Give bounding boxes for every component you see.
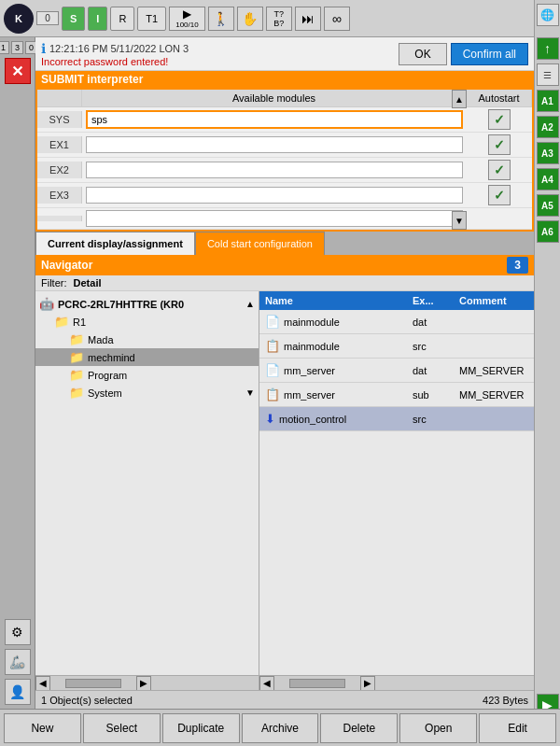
- open-button[interactable]: Open: [399, 713, 477, 743]
- navigator-title: Navigator: [41, 259, 92, 272]
- row-input-ex2[interactable]: [82, 160, 467, 180]
- sidebar-btn-a5[interactable]: A5: [537, 194, 559, 217]
- btn-r[interactable]: R: [110, 7, 134, 31]
- scroll-up-btn[interactable]: ↑: [537, 37, 559, 60]
- folder-icon-mechmind: 📁: [69, 350, 84, 364]
- tree-root-label: PCRC-2RL7HHTTRE (KR0: [58, 299, 184, 310]
- sidebar-btn-a6[interactable]: A6: [537, 220, 559, 243]
- row-input-ex1[interactable]: [82, 134, 467, 155]
- tree-scroll-thumb[interactable]: [65, 679, 121, 688]
- sys-input[interactable]: [86, 110, 463, 129]
- app-logo: K: [4, 4, 34, 34]
- hand-icon-btn[interactable]: ✋: [237, 7, 263, 31]
- row-input-sys[interactable]: [82, 108, 467, 131]
- archive-button[interactable]: Archive: [242, 713, 319, 743]
- autostart-checkbox-sys[interactable]: ✓: [488, 109, 511, 130]
- robot-icon-btn[interactable]: 🦾: [5, 649, 31, 675]
- ex3-input[interactable]: [86, 187, 463, 204]
- submit-scroll-up[interactable]: ▲: [452, 90, 467, 108]
- sidebar-btn-a2[interactable]: A2: [537, 116, 559, 138]
- tab-cold-start[interactable]: Cold start configuration: [195, 232, 325, 255]
- menu-icon-btn[interactable]: ☰: [537, 63, 559, 86]
- sidebar-btn-a1[interactable]: A1: [537, 90, 559, 112]
- close-button[interactable]: ✕: [5, 58, 31, 84]
- settings-icon-btn[interactable]: ⚙: [5, 619, 31, 645]
- delete-button[interactable]: Delete: [320, 713, 398, 743]
- counter-2: 3: [11, 41, 23, 54]
- tree-scroll-right[interactable]: ▶: [136, 676, 151, 691]
- skip-icon-btn[interactable]: ⏭: [295, 7, 321, 31]
- counter-display: 0: [36, 11, 59, 25]
- extra-input[interactable]: [86, 210, 463, 227]
- alert-timestamp: 12:21:16 PM 5/11/2022 LON 3: [49, 43, 189, 54]
- file-name-mmserver-sub: 📋 mm_server: [259, 386, 409, 403]
- folder-icon-system: 📁: [69, 386, 84, 400]
- row-input-extra[interactable]: [82, 208, 467, 229]
- file-row-mainmodule-src[interactable]: 📋 mainmodule src: [259, 334, 534, 359]
- file-scrollbar[interactable]: ◀ ▶: [259, 675, 534, 690]
- tree-scroll-left[interactable]: ◀: [35, 676, 50, 691]
- counter-1: 1: [0, 41, 9, 54]
- walk-icon-btn[interactable]: 🚶: [208, 7, 234, 31]
- tb-icon-btn[interactable]: T?B?: [266, 7, 292, 31]
- nav-tree[interactable]: 🤖 PCRC-2RL7HHTTRE (KR0 ▲ 📁 R1 📁 Mada 📁: [35, 291, 259, 675]
- row-check-extra: [467, 217, 532, 220]
- status-size: 423 Bytes: [483, 695, 528, 706]
- row-check-sys: ✓: [467, 107, 532, 132]
- alert-buttons: OK Confirm all: [399, 43, 528, 65]
- globe-icon-btn[interactable]: 🌐: [537, 4, 559, 26]
- btn-i[interactable]: I: [88, 7, 107, 31]
- tree-item-program[interactable]: 📁 Program: [35, 366, 259, 384]
- ex2-input[interactable]: [86, 162, 463, 178]
- dat-icon-2: 📄: [265, 363, 280, 377]
- file-scroll-thumb[interactable]: [289, 679, 345, 688]
- file-row-motioncontrol-src[interactable]: ⬇ motion_control src: [259, 407, 534, 431]
- tree-item-r1[interactable]: 📁 R1: [35, 313, 259, 331]
- row-input-ex3[interactable]: [82, 185, 467, 205]
- tree-label-system: System: [88, 387, 122, 399]
- tree-item-root[interactable]: 🤖 PCRC-2RL7HHTTRE (KR0 ▲: [35, 295, 259, 313]
- edit-button[interactable]: Edit: [479, 713, 556, 743]
- inf-icon-btn[interactable]: ∞: [324, 7, 350, 31]
- autostart-checkbox-ex2[interactable]: ✓: [488, 160, 511, 180]
- file-row-mmserver-sub[interactable]: 📋 mm_server sub MM_SERVER: [259, 383, 534, 407]
- file-row-mmserver-dat[interactable]: 📄 mm_server dat MM_SERVER: [259, 359, 534, 383]
- autostart-checkbox-ex1[interactable]: ✓: [488, 134, 511, 155]
- run-control[interactable]: ▶ 100/10: [169, 7, 204, 31]
- person-icon-btn[interactable]: 👤: [5, 679, 31, 705]
- submit-scroll-down[interactable]: ▼: [452, 211, 467, 230]
- navigator-header: Navigator 3: [35, 255, 534, 275]
- tree-arrow-down: ▼: [245, 387, 255, 398]
- tree-item-system[interactable]: 📁 System ▼: [35, 384, 259, 401]
- file-scroll-right[interactable]: ▶: [360, 676, 375, 691]
- file-row-mainmodule-dat[interactable]: 📄 mainmodule dat: [259, 310, 534, 334]
- status-selected: 1 Object(s) selected: [41, 695, 133, 706]
- duplicate-button[interactable]: Duplicate: [162, 713, 240, 743]
- ex1-input[interactable]: [86, 136, 463, 153]
- select-button[interactable]: Select: [83, 713, 161, 743]
- btn-t1[interactable]: T1: [137, 7, 166, 31]
- ok-button[interactable]: OK: [399, 43, 446, 65]
- tree-item-mada[interactable]: 📁 Mada: [35, 331, 259, 348]
- sidebar-btn-a4[interactable]: A4: [537, 168, 559, 190]
- tree-item-mechmind[interactable]: 📁 mechmind: [35, 348, 259, 366]
- submit-panel-title: SUBMIT interpreter: [35, 71, 534, 88]
- top-toolbar: K 0 S I R T1 ▶ 100/10 🚶 ✋ T?B? ⏭ ∞: [0, 0, 560, 37]
- confirm-all-button[interactable]: Confirm all: [451, 43, 528, 65]
- nav-badge: 3: [507, 257, 528, 274]
- tab-current-display[interactable]: Current display/assignment: [35, 232, 195, 255]
- nav-body: 🤖 PCRC-2RL7HHTTRE (KR0 ▲ 📁 R1 📁 Mada 📁: [35, 291, 534, 675]
- tree-scrollbar[interactable]: ◀ ▶: [35, 675, 259, 690]
- btn-s[interactable]: S: [62, 7, 85, 31]
- file-scroll-left[interactable]: ◀: [259, 676, 274, 691]
- sidebar-btn-a3[interactable]: A3: [537, 142, 559, 164]
- new-button[interactable]: New: [4, 713, 81, 743]
- col-modules-header: Available modules: [82, 90, 467, 106]
- autostart-checkbox-ex3[interactable]: ✓: [488, 185, 511, 205]
- file-ext-mainmodule-dat: dat: [409, 315, 455, 330]
- col-header-comment: Comment: [455, 293, 534, 308]
- file-name-mmserver-dat: 📄 mm_server: [259, 361, 409, 379]
- file-list[interactable]: Name Ex... Comment 📄 mainmodule dat: [259, 291, 534, 675]
- file-comment-mmserver-dat: MM_SERVER: [455, 363, 534, 378]
- tree-label-r1: R1: [73, 317, 86, 328]
